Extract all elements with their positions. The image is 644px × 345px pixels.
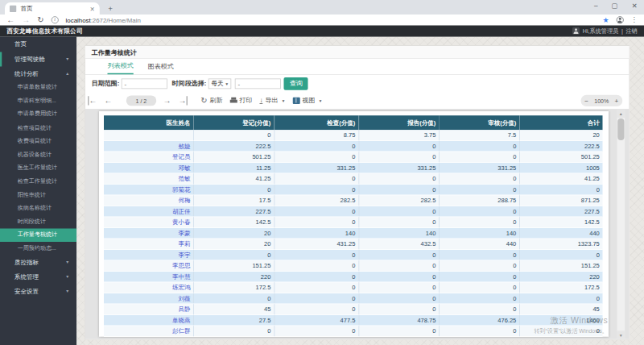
doctor-name-link[interactable]: 李莉 — [104, 239, 194, 250]
site-info-icon[interactable]: i — [52, 16, 59, 23]
report-panel: 工作量考核统计 列表模式 图表模式 日期范围: - 时间段选择: 每天▼ - 查… — [85, 45, 630, 339]
search-button[interactable]: 查询 — [284, 77, 308, 90]
sidebar-item-15[interactable]: 一周预约动态... — [0, 242, 76, 256]
print-icon — [230, 98, 237, 104]
tab-close-icon[interactable]: ✕ — [89, 5, 94, 11]
sidebar-item-4[interactable]: 申请科室明细... — [0, 94, 76, 108]
next-page-button[interactable]: → — [163, 96, 171, 105]
back-icon[interactable]: ← — [6, 16, 14, 24]
doctor-name-link[interactable]: 登记员 — [104, 152, 194, 163]
print-button[interactable]: 打印 — [230, 96, 253, 105]
last-page-button[interactable]: → — [178, 96, 187, 105]
doctor-name-link[interactable]: 黄小春 — [104, 217, 194, 228]
sidebar-item-17[interactable]: 系统管理▾ — [0, 269, 76, 284]
sidebar-item-16[interactable]: 质控指标▾ — [0, 255, 76, 269]
doctor-name-link[interactable]: 吕静 — [104, 304, 194, 315]
date-range-input[interactable]: - — [122, 78, 167, 89]
window-close-button[interactable]: ✕ — [632, 2, 638, 10]
scroll-up-icon[interactable]: ▲ — [617, 110, 625, 118]
tab-list-mode[interactable]: 列表模式 — [108, 59, 134, 74]
browser-menu-icon[interactable]: ⋮ — [630, 16, 637, 24]
score-cell: 0 — [275, 282, 359, 293]
doctor-name-link[interactable]: 敖婕 — [104, 141, 194, 152]
score-cell: 476.25 — [440, 315, 520, 326]
score-cell: 151.25 — [194, 260, 275, 272]
forward-icon[interactable]: → — [22, 16, 30, 24]
refresh-icon: ↻ — [200, 96, 207, 105]
table-row: 范敏41.2500041.25 — [104, 173, 603, 185]
window-minimize-button[interactable]: – — [594, 2, 598, 10]
doctor-name-link[interactable]: 范敏 — [104, 173, 194, 185]
period-range-input[interactable]: - — [235, 78, 281, 89]
sidebar-item-14[interactable]: 工作量考核统计 — [0, 228, 76, 242]
score-cell: 0 — [359, 282, 440, 293]
score-cell: 0 — [359, 152, 440, 163]
logout-link[interactable]: 注销 — [625, 27, 637, 35]
address-bar[interactable]: localhost:2672/Home/Main — [66, 16, 596, 23]
window-maximize-button[interactable]: ▢ — [612, 2, 618, 10]
sidebar-item-2[interactable]: 统计分析▴ — [0, 66, 76, 81]
prev-page-button[interactable]: ← — [104, 96, 112, 105]
tab-chart-mode[interactable]: 图表模式 — [148, 59, 174, 74]
sidebar-item-1[interactable]: 管理驾驶舱▾ — [0, 52, 76, 66]
doctor-name-link[interactable]: 郭菊花 — [104, 185, 194, 196]
bookmark-star-icon[interactable]: ★ — [602, 15, 609, 24]
sidebar-item-6[interactable]: 检查项目统计 — [0, 121, 76, 135]
first-page-button[interactable]: ← — [89, 96, 97, 105]
score-cell: 440 — [520, 228, 603, 239]
refresh-button[interactable]: ↻刷新 — [200, 96, 222, 105]
score-cell: 142.5 — [520, 217, 603, 228]
zoom-out-icon[interactable]: − — [584, 97, 588, 104]
score-cell: 331.25 — [440, 163, 520, 174]
report-scrollbar[interactable]: ▲ ▼ — [617, 110, 625, 339]
score-cell: 440 — [440, 239, 520, 250]
main-area: 工作量考核统计 列表模式 图表模式 日期范围: - 时间段选择: 每天▼ - 查… — [76, 36, 644, 345]
sidebar-item-9[interactable]: 医生工作量统计 — [0, 161, 76, 175]
doctor-name-link[interactable]: 刘薇 — [104, 293, 194, 305]
score-cell: 0 — [359, 304, 440, 315]
score-cell: 0 — [275, 141, 359, 152]
sidebar-item-10[interactable]: 检查工作量统计 — [0, 175, 76, 189]
doctor-name-link[interactable]: 何梅 — [104, 195, 194, 206]
reload-icon[interactable]: ↻ — [37, 16, 43, 24]
doctor-name-link[interactable]: 胡正佳 — [104, 206, 194, 218]
period-select[interactable]: 每天▼ — [208, 78, 232, 89]
sidebar-item-18[interactable]: 安全设置▾ — [0, 284, 76, 298]
scrollbar-thumb[interactable] — [617, 118, 624, 140]
sidebar-item-0[interactable]: 首页 — [0, 36, 76, 52]
scroll-down-icon[interactable]: ▼ — [617, 331, 625, 339]
table-row: 单晓燕27.5477.5478.75476.251460 — [104, 315, 603, 326]
doctor-name-link[interactable]: 李蒙 — [104, 228, 194, 239]
sidebar-item-8[interactable]: 机器设备统计 — [0, 148, 76, 161]
export-button[interactable]: ↓导出▼ — [260, 96, 286, 105]
score-cell: 151.25 — [520, 260, 603, 272]
doctor-name-link[interactable]: 彭仁群 — [104, 326, 194, 337]
doctor-name-link[interactable]: 李宇 — [104, 250, 194, 261]
doctor-name-link[interactable]: 李思思 — [104, 260, 194, 272]
table-row: 彭仁群00000 — [104, 326, 603, 337]
browser-tab[interactable]: 首页 ✕ — [5, 2, 100, 15]
doctor-name-link[interactable]: 单晓燕 — [104, 315, 194, 326]
doctor-name-link[interactable]: 练宏鸿 — [104, 282, 194, 293]
view-button[interactable]: 视图▼ — [293, 96, 323, 105]
score-cell: 17.5 — [194, 195, 275, 206]
sidebar-item-7[interactable]: 收费项目统计 — [0, 135, 76, 148]
score-cell: 0 — [440, 293, 520, 305]
sidebar-item-5[interactable]: 申请单费用统计 — [0, 107, 76, 121]
filter-bar: 日期范围: - 时间段选择: 每天▼ - 查询 — [85, 75, 630, 92]
chevron-icon: ▾ — [66, 289, 68, 294]
doctor-name-link[interactable] — [104, 130, 194, 141]
sidebar-item-11[interactable]: 阳性率统计 — [0, 188, 76, 202]
browser-profile-icon[interactable] — [616, 16, 623, 23]
score-cell: 0 — [440, 272, 520, 283]
score-cell: 501.25 — [520, 152, 603, 163]
zoom-control[interactable]: −100%+ — [580, 95, 622, 106]
doctor-name-link[interactable]: 李中慧 — [104, 272, 194, 283]
score-cell: 8.75 — [275, 130, 359, 141]
zoom-in-icon[interactable]: + — [615, 97, 619, 104]
sidebar-item-13[interactable]: 时间段统计 — [0, 215, 76, 229]
sidebar-item-12[interactable]: 疾病名称统计 — [0, 202, 76, 215]
sidebar-item-3[interactable]: 申请单数量统计 — [0, 81, 76, 94]
new-tab-button[interactable]: + — [108, 4, 113, 13]
doctor-name-link[interactable]: 邓敏 — [104, 163, 194, 174]
